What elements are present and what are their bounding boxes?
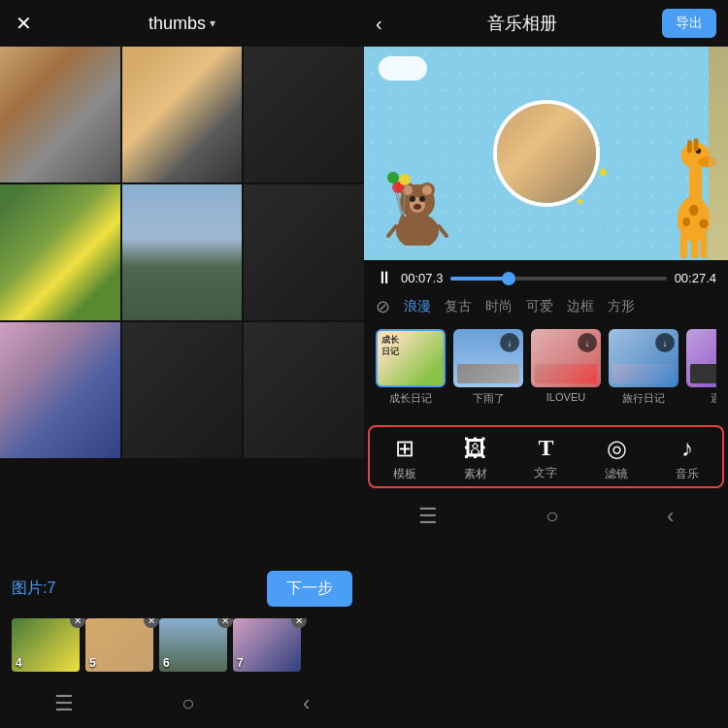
controls-area: ⏸ 00:07.3 00:27.4 ⊘ 浪漫 复古 时尚 可爱 边框 方形 成长… xyxy=(364,260,728,421)
download-badge-rain: ↓ xyxy=(500,333,519,352)
preview-bg: ★ ★ xyxy=(364,47,728,260)
tool-music[interactable]: ♪ 音乐 xyxy=(676,435,699,482)
template-scroll: 成长日记 成长日记 ↓ 下雨了 ↓ xyxy=(376,325,716,414)
tool-music-label: 音乐 xyxy=(676,466,699,482)
tool-filter[interactable]: ◎ 滤镜 xyxy=(605,435,628,482)
grid-photo-2[interactable] xyxy=(122,47,243,182)
back-nav-icon[interactable]: ‹ xyxy=(303,691,310,716)
photo-grid xyxy=(0,47,364,563)
grid-photo-9[interactable] xyxy=(244,322,364,458)
toolbar: ⊞ 模板 🖼 素材 T 文字 ◎ 滤镜 ♪ 音乐 xyxy=(368,425,724,488)
tpl-meet[interactable]: ↓ 遇见 xyxy=(686,329,716,406)
menu-icon[interactable]: ☰ xyxy=(54,691,74,716)
time-current: 00:07.3 xyxy=(401,271,443,285)
thumb-item-7[interactable]: ✕ 7 xyxy=(233,618,301,672)
svg-point-12 xyxy=(387,172,399,183)
right-panel: ‹ 音乐相册 导出 xyxy=(364,0,728,728)
bear-decoration xyxy=(383,168,451,246)
playback-row: ⏸ 00:07.3 00:27.4 xyxy=(376,268,716,288)
grid-photo-5[interactable] xyxy=(122,184,243,320)
filter-border[interactable]: 边框 xyxy=(567,298,594,315)
export-button[interactable]: 导出 xyxy=(662,9,716,38)
left-header: ✕ thumbs ▾ xyxy=(0,0,364,47)
library-title: thumbs xyxy=(149,14,206,34)
download-badge-travel: ↓ xyxy=(655,333,675,352)
filter-fashion[interactable]: 时尚 xyxy=(485,298,513,315)
close-button[interactable]: ✕ xyxy=(16,12,32,35)
thumb-item-4[interactable]: ✕ 4 xyxy=(12,618,80,672)
tpl-label-rain: 下雨了 xyxy=(473,391,505,406)
tool-template[interactable]: ⊞ 模板 xyxy=(393,435,416,482)
right-menu-icon[interactable]: ☰ xyxy=(418,504,438,529)
grid-photo-3[interactable] xyxy=(244,47,364,182)
title-area: thumbs ▾ xyxy=(149,14,215,34)
svg-rect-31 xyxy=(700,233,708,258)
filter-cute[interactable]: 可爱 xyxy=(526,298,553,315)
grid-photo-4[interactable] xyxy=(0,184,120,320)
star-2: ★ xyxy=(576,196,584,207)
pause-button[interactable]: ⏸ xyxy=(376,268,393,288)
thumb-close-6[interactable]: ✕ xyxy=(217,618,233,628)
time-total: 00:27.4 xyxy=(675,271,716,285)
tpl-thumb-growing: 成长日记 xyxy=(376,329,446,387)
left-nav: ☰ ○ ‹ xyxy=(0,679,364,728)
toolbar-inner: ⊞ 模板 🖼 素材 T 文字 ◎ 滤镜 ♪ 音乐 xyxy=(370,427,722,486)
tool-text-label: 文字 xyxy=(534,465,557,481)
filter-off-icon[interactable]: ⊘ xyxy=(376,296,390,317)
svg-point-11 xyxy=(399,174,411,185)
svg-point-27 xyxy=(699,219,708,228)
right-nav: ☰ ○ ‹ xyxy=(364,492,728,541)
tpl-label-growing: 成长日记 xyxy=(389,391,432,406)
svg-point-5 xyxy=(422,185,432,195)
star-1: ★ xyxy=(597,164,610,180)
filter-icon: ◎ xyxy=(607,435,627,462)
photos-count: 图片:7 xyxy=(12,579,55,599)
tool-text[interactable]: T 文字 xyxy=(534,435,557,482)
thumb-item-6[interactable]: ✕ 6 xyxy=(159,618,227,672)
filter-square[interactable]: 方形 xyxy=(608,298,635,315)
progress-bar[interactable] xyxy=(450,277,666,281)
right-back-button[interactable]: ‹ xyxy=(376,13,382,35)
thumb-num-6: 6 xyxy=(163,656,170,670)
progress-thumb[interactable] xyxy=(502,272,515,285)
grid-photo-7[interactable] xyxy=(0,322,120,458)
progress-fill xyxy=(450,277,509,281)
tool-material[interactable]: 🖼 素材 xyxy=(464,435,487,482)
preview-circle-inner xyxy=(497,104,596,203)
svg-point-28 xyxy=(682,217,690,226)
thumb-close-7[interactable]: ✕ xyxy=(291,618,307,628)
tpl-travel[interactable]: ↓ 旅行日记 xyxy=(609,329,678,406)
thumb-close-5[interactable]: ✕ xyxy=(144,618,159,628)
filter-vintage[interactable]: 复古 xyxy=(445,298,472,315)
svg-point-9 xyxy=(414,204,421,210)
svg-rect-25 xyxy=(694,138,699,150)
grid-photo-6[interactable] xyxy=(244,184,364,320)
tpl-iloveu[interactable]: ↓ ILOVEU xyxy=(531,329,601,406)
title-arrow[interactable]: ▾ xyxy=(210,17,215,30)
template-icon: ⊞ xyxy=(395,435,414,462)
next-button[interactable]: 下一步 xyxy=(267,571,352,607)
preview-photo-circle xyxy=(493,100,600,207)
tpl-rain[interactable]: ↓ 下雨了 xyxy=(453,329,523,406)
right-header: ‹ 音乐相册 导出 xyxy=(364,0,728,47)
svg-point-8 xyxy=(419,196,425,202)
svg-rect-30 xyxy=(691,235,699,258)
download-badge-iloveu: ↓ xyxy=(578,333,597,352)
right-back-nav-icon[interactable]: ‹ xyxy=(667,504,674,529)
thumb-item-5[interactable]: ✕ 5 xyxy=(85,618,153,672)
svg-rect-29 xyxy=(680,233,688,258)
right-home-icon[interactable]: ○ xyxy=(546,504,558,529)
tpl-growing[interactable]: 成长日记 成长日记 xyxy=(376,329,446,406)
svg-point-7 xyxy=(410,196,415,202)
tool-template-label: 模板 xyxy=(393,466,416,482)
tpl-label-travel: 旅行日记 xyxy=(622,391,665,406)
right-title: 音乐相册 xyxy=(487,12,557,35)
grid-photo-1[interactable] xyxy=(0,47,120,182)
preview-area: ★ ★ xyxy=(364,47,728,260)
thumb-num-4: 4 xyxy=(16,656,22,670)
thumb-close-4[interactable]: ✕ xyxy=(70,618,85,628)
filter-row: ⊘ 浪漫 复古 时尚 可爱 边框 方形 xyxy=(376,296,716,317)
filter-romance[interactable]: 浪漫 xyxy=(404,298,431,315)
grid-photo-8[interactable] xyxy=(122,322,243,458)
home-icon[interactable]: ○ xyxy=(182,691,194,716)
